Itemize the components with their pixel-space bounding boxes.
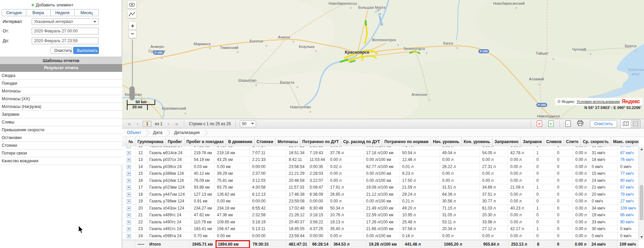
column-header[interactable]: Потрачено по ДУТ <box>300 137 341 146</box>
add-element-button[interactable]: +Добавить элемент <box>0 2 105 8</box>
column-header[interactable]: Нач. уровень <box>431 137 461 146</box>
zoom-in-button[interactable]: + <box>129 22 136 30</box>
export-excel-button[interactable]: x <box>548 120 554 127</box>
result-header[interactable]: Результат отчета <box>0 64 122 72</box>
table-row[interactable]: +20Газель х043он 124234.27 км234.18 км6:… <box>122 205 639 212</box>
expand-row-button[interactable]: + <box>127 227 131 231</box>
report-section-item[interactable]: Заправки <box>0 111 122 118</box>
max-speed-link[interactable]: 90 км/ч <box>618 177 639 184</box>
clear-report-button[interactable]: Очистить <box>590 120 617 128</box>
expand-row-button[interactable]: + <box>127 179 131 183</box>
table-row[interactable]: +12Газель м514св 24219.76 км219.18 км7:0… <box>122 149 639 157</box>
expand-row-button[interactable]: + <box>127 220 131 224</box>
period-button-Вчера[interactable]: Вчера <box>26 9 51 16</box>
table-row[interactable]: +15Газель р388кв 12440.12 км39.29 км2:37… <box>122 170 639 177</box>
clear-form-button[interactable]: Очистить <box>51 47 72 54</box>
scroll-up-button[interactable] <box>639 146 644 152</box>
column-header[interactable]: В движении <box>226 137 254 146</box>
report-section-item[interactable]: Сводка <box>0 72 122 80</box>
table-row[interactable]: +19Газель у786км 1240.91 км0.00 км0:00:0… <box>122 198 639 205</box>
max-speed-link[interactable]: 27 км/ч <box>618 198 639 205</box>
report-section-item[interactable]: Сливы <box>0 118 122 126</box>
table-row[interactable]: +13Газель р037сх 2454.19 км43.25 км2:21:… <box>122 156 639 163</box>
column-header[interactable]: Слито <box>564 137 581 146</box>
report-section-item[interactable]: Поездки <box>0 80 122 87</box>
map-canvas[interactable]: НовобирилюссыБольшая МуртаНовобирюсински… <box>122 0 644 119</box>
table-row[interactable]: +17Газель у023вм 12493.88 км93.75 км4:30… <box>122 184 639 191</box>
table-row[interactable]: +23Газель х491тс 24163.41 км156.47 км5:1… <box>122 225 639 232</box>
table-row[interactable]: +16Газель р424кв 12476.09 км75.81 км3:12… <box>122 177 639 184</box>
column-header[interactable]: Кон. уровень <box>461 137 492 146</box>
interval-select[interactable]: Указанный интервал <box>32 18 99 25</box>
last-page-button[interactable]: » <box>172 121 181 127</box>
column-header[interactable]: Макс. скорость <box>611 137 639 146</box>
expand-row-button[interactable]: + <box>127 193 131 197</box>
expand-row-button[interactable]: + <box>127 234 131 238</box>
expand-row-button[interactable]: + <box>127 146 131 148</box>
breadcrumb-Детализация[interactable]: Детализация <box>174 130 199 135</box>
max-speed-link[interactable]: 77 км/ч <box>618 170 639 177</box>
first-page-button[interactable]: « <box>125 121 134 127</box>
column-header[interactable]: № <box>127 137 135 146</box>
templates-header[interactable]: Шаблоны отчетов <box>0 57 122 64</box>
zoom-slider-track[interactable] <box>132 39 133 86</box>
zoom-slider-thumb[interactable] <box>130 86 135 100</box>
column-header[interactable]: Ср. скорость <box>581 137 611 146</box>
map-view-toggle[interactable] <box>621 120 631 128</box>
track-tool-button[interactable] <box>128 10 136 18</box>
max-speed-link[interactable]: 79 км/ч <box>618 191 639 198</box>
table-row[interactable]: +21Газель х489тс 2447.62 км47.36 км2:32:… <box>122 212 639 219</box>
column-header[interactable]: Заправлено <box>492 137 521 146</box>
max-speed-link[interactable]: 76 км/ч <box>618 156 639 163</box>
column-header[interactable] <box>122 137 127 146</box>
table-row[interactable]: +11Газель м513св 2454.58 км54.57 км1:47:… <box>122 146 639 149</box>
column-header[interactable]: Потрачено по нормам <box>382 137 431 146</box>
report-section-item[interactable]: Качество вождения <box>0 157 122 165</box>
prev-page-button[interactable]: ‹ <box>134 121 141 127</box>
table-row[interactable]: +22Газель х490тс 24110.79 км109.65 км3:1… <box>122 219 639 226</box>
period-button-Неделя[interactable]: Неделя <box>51 9 75 16</box>
from-date-input[interactable] <box>32 28 99 34</box>
expand-row-button[interactable]: + <box>127 158 131 162</box>
expand-row-button[interactable]: + <box>127 206 131 211</box>
column-header[interactable]: Моточасы <box>275 137 300 146</box>
expand-row-button[interactable]: + <box>127 172 131 176</box>
breadcrumb-Объект[interactable]: Объект <box>127 130 141 135</box>
print-button[interactable] <box>577 120 584 127</box>
table-row[interactable]: +14Газель р039сх 240.03 км0.00 км0:00:00… <box>122 163 639 170</box>
export-file-button[interactable]: ← <box>565 120 571 127</box>
report-section-item[interactable]: Остановки <box>0 134 122 142</box>
visibility-eye-button[interactable] <box>128 1 136 8</box>
report-section-item[interactable]: Потери связи <box>0 149 122 157</box>
max-speed-link[interactable]: 87 км/ч <box>618 146 639 149</box>
page-size-select[interactable]: 50 <box>240 120 256 127</box>
column-header[interactable]: Пробег <box>166 137 184 146</box>
zoom-out-button[interactable]: − <box>129 30 136 38</box>
max-speed-link[interactable]: 66 км/ч <box>618 212 639 219</box>
report-section-item[interactable]: Моточасы (XX) <box>0 95 122 103</box>
max-speed-link[interactable]: 87 км/ч <box>618 149 639 157</box>
scrollbar-thumb[interactable] <box>640 185 643 220</box>
page-number-input[interactable] <box>143 121 151 127</box>
max-speed-link[interactable]: 109 км/ч <box>618 205 639 212</box>
report-section-item[interactable]: Моточасы <box>0 87 122 95</box>
export-pdf-button[interactable]: A <box>537 120 542 127</box>
expand-row-button[interactable]: + <box>127 213 131 217</box>
column-header[interactable]: Заправок <box>521 137 544 146</box>
breadcrumb-Дата[interactable]: Дата <box>153 130 163 135</box>
column-header[interactable]: Ср. расход по ДУТ <box>341 137 382 146</box>
scroll-down-button[interactable] <box>639 235 644 240</box>
period-button-Месяц[interactable]: Месяц <box>75 9 99 16</box>
expand-row-button[interactable]: + <box>127 186 131 190</box>
column-header[interactable]: Группировка <box>135 137 166 146</box>
split-view-toggle[interactable] <box>631 120 640 128</box>
expand-row-button[interactable]: + <box>127 165 131 169</box>
terms-link[interactable]: Условия использования <box>577 100 620 104</box>
to-date-input[interactable] <box>32 37 99 44</box>
max-speed-link[interactable]: 67 км/ч <box>618 184 639 191</box>
max-speed-link[interactable]: 90 км/ч <box>618 219 639 226</box>
column-header[interactable]: Стоянки <box>254 137 275 146</box>
next-page-button[interactable]: › <box>165 121 172 127</box>
column-header[interactable]: Сливов <box>544 137 564 146</box>
table-scrollbar[interactable] <box>639 146 644 240</box>
